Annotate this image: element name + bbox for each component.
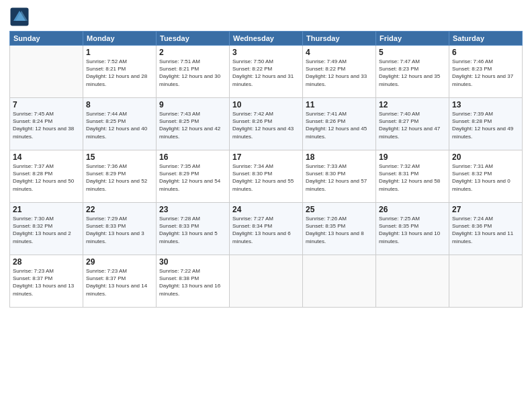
day-number: 5	[379, 48, 446, 57]
day-info: Sunrise: 7:52 AMSunset: 8:21 PMDaylight:…	[86, 58, 153, 88]
calendar-cell	[376, 255, 449, 308]
calendar-cell: 22Sunrise: 7:29 AMSunset: 8:33 PMDayligh…	[83, 203, 157, 255]
logo-icon	[9, 7, 30, 27]
day-info: Sunrise: 7:26 AMSunset: 8:35 PMDaylight:…	[306, 215, 373, 245]
day-info: Sunrise: 7:47 AMSunset: 8:23 PMDaylight:…	[379, 58, 446, 88]
weekday-header: Thursday	[303, 32, 376, 46]
calendar-cell: 6Sunrise: 7:46 AMSunset: 8:23 PMDaylight…	[449, 46, 523, 98]
calendar-cell: 11Sunrise: 7:41 AMSunset: 8:26 PMDayligh…	[303, 98, 376, 150]
calendar-cell: 27Sunrise: 7:24 AMSunset: 8:36 PMDayligh…	[449, 203, 523, 255]
calendar-cell: 18Sunrise: 7:33 AMSunset: 8:30 PMDayligh…	[303, 150, 376, 203]
page-container: SundayMondayTuesdayWednesdayThursdayFrid…	[0, 0, 532, 314]
day-number: 11	[306, 100, 373, 109]
day-number: 10	[232, 100, 300, 109]
day-number: 29	[86, 257, 153, 267]
day-info: Sunrise: 7:45 AMSunset: 8:24 PMDaylight:…	[13, 110, 80, 140]
day-info: Sunrise: 7:23 AMSunset: 8:37 PMDaylight:…	[86, 267, 153, 298]
day-info: Sunrise: 7:22 AMSunset: 8:38 PMDaylight:…	[159, 267, 226, 298]
day-number: 1	[86, 48, 153, 57]
day-info: Sunrise: 7:33 AMSunset: 8:30 PMDaylight:…	[306, 163, 373, 193]
day-number: 16	[159, 152, 226, 162]
calendar-cell: 17Sunrise: 7:34 AMSunset: 8:30 PMDayligh…	[230, 150, 303, 203]
calendar-table: SundayMondayTuesdayWednesdayThursdayFrid…	[9, 31, 523, 308]
weekday-header: Sunday	[10, 32, 83, 46]
calendar-cell: 7Sunrise: 7:45 AMSunset: 8:24 PMDaylight…	[10, 98, 83, 150]
day-number: 23	[159, 205, 226, 214]
day-info: Sunrise: 7:43 AMSunset: 8:25 PMDaylight:…	[159, 110, 226, 140]
calendar-cell: 4Sunrise: 7:49 AMSunset: 8:22 PMDaylight…	[303, 46, 376, 98]
day-number: 8	[86, 100, 153, 109]
day-info: Sunrise: 7:35 AMSunset: 8:29 PMDaylight:…	[159, 163, 226, 193]
header	[9, 7, 523, 27]
day-number: 14	[13, 152, 80, 162]
calendar-cell: 15Sunrise: 7:36 AMSunset: 8:29 PMDayligh…	[83, 150, 157, 203]
calendar-cell: 8Sunrise: 7:44 AMSunset: 8:25 PMDaylight…	[83, 98, 157, 150]
day-info: Sunrise: 7:40 AMSunset: 8:27 PMDaylight:…	[379, 110, 446, 140]
calendar-cell	[303, 255, 376, 308]
day-number: 6	[452, 48, 519, 57]
day-number: 19	[379, 152, 446, 162]
day-info: Sunrise: 7:31 AMSunset: 8:32 PMDaylight:…	[452, 163, 519, 193]
calendar-week-row: 14Sunrise: 7:37 AMSunset: 8:28 PMDayligh…	[10, 150, 523, 203]
day-info: Sunrise: 7:42 AMSunset: 8:26 PMDaylight:…	[232, 110, 300, 140]
weekday-header: Friday	[376, 32, 449, 46]
calendar-week-row: 21Sunrise: 7:30 AMSunset: 8:32 PMDayligh…	[10, 203, 523, 255]
day-info: Sunrise: 7:46 AMSunset: 8:23 PMDaylight:…	[452, 58, 519, 88]
calendar-week-row: 28Sunrise: 7:23 AMSunset: 8:37 PMDayligh…	[10, 255, 523, 308]
day-info: Sunrise: 7:41 AMSunset: 8:26 PMDaylight:…	[306, 110, 373, 140]
calendar-cell	[10, 46, 83, 98]
calendar-cell: 21Sunrise: 7:30 AMSunset: 8:32 PMDayligh…	[10, 203, 83, 255]
day-number: 17	[232, 152, 300, 162]
weekday-header: Tuesday	[157, 32, 230, 46]
calendar-cell: 1Sunrise: 7:52 AMSunset: 8:21 PMDaylight…	[83, 46, 157, 98]
day-info: Sunrise: 7:28 AMSunset: 8:33 PMDaylight:…	[159, 215, 226, 245]
calendar-cell	[230, 255, 303, 308]
weekday-header: Monday	[83, 32, 157, 46]
day-number: 18	[306, 152, 373, 162]
day-info: Sunrise: 7:36 AMSunset: 8:29 PMDaylight:…	[86, 163, 153, 193]
calendar-week-row: 7Sunrise: 7:45 AMSunset: 8:24 PMDaylight…	[10, 98, 523, 150]
day-info: Sunrise: 7:24 AMSunset: 8:36 PMDaylight:…	[452, 215, 519, 245]
day-info: Sunrise: 7:25 AMSunset: 8:35 PMDaylight:…	[379, 215, 446, 245]
calendar-cell: 29Sunrise: 7:23 AMSunset: 8:37 PMDayligh…	[83, 255, 157, 308]
calendar-cell: 23Sunrise: 7:28 AMSunset: 8:33 PMDayligh…	[157, 203, 230, 255]
calendar-cell: 12Sunrise: 7:40 AMSunset: 8:27 PMDayligh…	[376, 98, 449, 150]
calendar-cell: 20Sunrise: 7:31 AMSunset: 8:32 PMDayligh…	[449, 150, 523, 203]
day-number: 12	[379, 100, 446, 109]
day-number: 22	[86, 205, 153, 214]
day-number: 28	[13, 257, 80, 267]
calendar-cell: 19Sunrise: 7:32 AMSunset: 8:31 PMDayligh…	[376, 150, 449, 203]
logo	[9, 7, 32, 27]
day-info: Sunrise: 7:39 AMSunset: 8:28 PMDaylight:…	[452, 110, 519, 140]
day-info: Sunrise: 7:30 AMSunset: 8:32 PMDaylight:…	[13, 215, 80, 245]
header-row: SundayMondayTuesdayWednesdayThursdayFrid…	[10, 32, 523, 46]
day-info: Sunrise: 7:49 AMSunset: 8:22 PMDaylight:…	[306, 58, 373, 88]
weekday-header: Saturday	[449, 32, 523, 46]
day-info: Sunrise: 7:27 AMSunset: 8:34 PMDaylight:…	[232, 215, 300, 245]
calendar-cell: 14Sunrise: 7:37 AMSunset: 8:28 PMDayligh…	[10, 150, 83, 203]
day-number: 2	[159, 48, 226, 57]
calendar-cell: 28Sunrise: 7:23 AMSunset: 8:37 PMDayligh…	[10, 255, 83, 308]
day-number: 30	[159, 257, 226, 267]
day-info: Sunrise: 7:37 AMSunset: 8:28 PMDaylight:…	[13, 163, 80, 193]
calendar-cell: 3Sunrise: 7:50 AMSunset: 8:22 PMDaylight…	[230, 46, 303, 98]
day-number: 20	[452, 152, 519, 162]
weekday-header: Wednesday	[230, 32, 303, 46]
day-number: 21	[13, 205, 80, 214]
day-number: 26	[379, 205, 446, 214]
calendar-cell: 9Sunrise: 7:43 AMSunset: 8:25 PMDaylight…	[157, 98, 230, 150]
day-number: 4	[306, 48, 373, 57]
calendar-cell: 16Sunrise: 7:35 AMSunset: 8:29 PMDayligh…	[157, 150, 230, 203]
day-number: 27	[452, 205, 519, 214]
day-info: Sunrise: 7:23 AMSunset: 8:37 PMDaylight:…	[13, 267, 80, 298]
calendar-cell: 26Sunrise: 7:25 AMSunset: 8:35 PMDayligh…	[376, 203, 449, 255]
day-info: Sunrise: 7:34 AMSunset: 8:30 PMDaylight:…	[232, 163, 300, 193]
day-number: 9	[159, 100, 226, 109]
day-info: Sunrise: 7:44 AMSunset: 8:25 PMDaylight:…	[86, 110, 153, 140]
calendar-cell: 24Sunrise: 7:27 AMSunset: 8:34 PMDayligh…	[230, 203, 303, 255]
calendar-cell: 25Sunrise: 7:26 AMSunset: 8:35 PMDayligh…	[303, 203, 376, 255]
calendar-cell: 2Sunrise: 7:51 AMSunset: 8:21 PMDaylight…	[157, 46, 230, 98]
calendar-cell: 10Sunrise: 7:42 AMSunset: 8:26 PMDayligh…	[230, 98, 303, 150]
calendar-cell: 5Sunrise: 7:47 AMSunset: 8:23 PMDaylight…	[376, 46, 449, 98]
day-number: 24	[232, 205, 300, 214]
